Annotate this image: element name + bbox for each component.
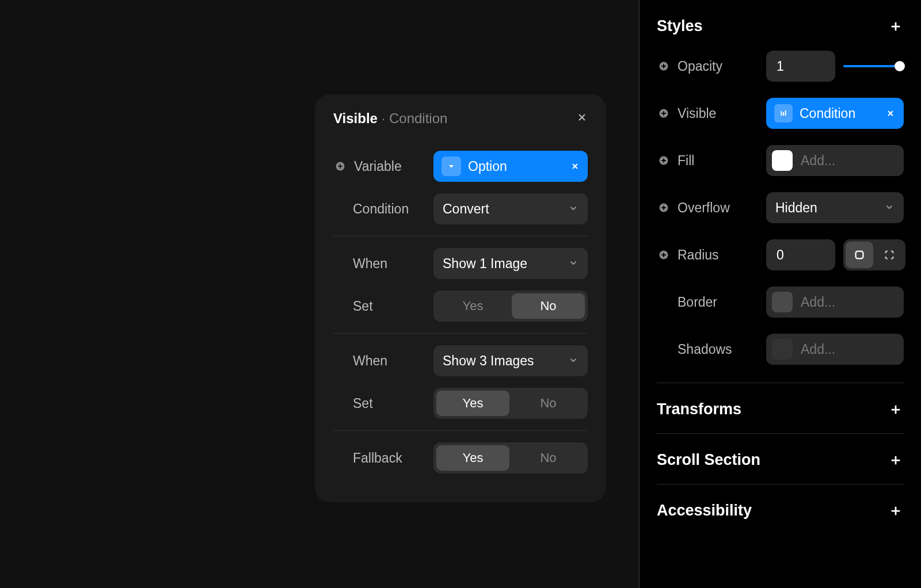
divider	[657, 383, 904, 383]
border-placeholder: Add...	[801, 295, 835, 310]
divider	[333, 236, 588, 236]
when-value-2: Show 3 Images	[443, 353, 534, 369]
set-no-2[interactable]: No	[512, 391, 585, 416]
when-select-1[interactable]: Show 1 Image	[433, 248, 588, 279]
fallback-yes[interactable]: Yes	[436, 445, 509, 471]
set-row-2: Set Yes No	[333, 387, 588, 420]
shadows-swatch[interactable]	[772, 339, 793, 360]
chevron-down-icon	[568, 201, 579, 217]
radius-per-corner-button[interactable]	[876, 242, 903, 268]
panel-title: Visible · Condition	[333, 110, 447, 127]
set-yes-2[interactable]: Yes	[436, 391, 509, 416]
chevron-down-icon	[568, 353, 579, 369]
when-value-1: Show 1 Image	[443, 256, 527, 272]
border-swatch[interactable]	[772, 292, 793, 312]
divider	[657, 484, 904, 484]
add-icon[interactable]	[657, 248, 671, 262]
clear-visible-icon[interactable]	[885, 108, 896, 119]
set-yes-1[interactable]: Yes	[436, 293, 509, 319]
variable-label: Variable	[333, 159, 433, 174]
set-row-1: Set Yes No	[333, 289, 588, 323]
border-row: Border Add...	[657, 286, 904, 318]
add-accessibility-button[interactable]	[888, 503, 904, 519]
chevron-down-icon	[568, 256, 579, 272]
transforms-header: Transforms	[657, 400, 904, 418]
border-label: Border	[657, 295, 766, 310]
set-toggle-2: Yes No	[433, 388, 588, 419]
add-icon[interactable]	[657, 59, 671, 73]
radius-uniform-button[interactable]	[846, 242, 873, 268]
when-row-1: When Show 1 Image	[333, 247, 588, 280]
svg-rect-9	[856, 251, 863, 259]
title-separator: ·	[382, 110, 389, 126]
add-style-button[interactable]	[888, 18, 904, 35]
fallback-row: Fallback Yes No	[333, 441, 588, 475]
visible-condition-panel: Visible · Condition Variable Option	[315, 94, 606, 502]
scroll-section-header: Scroll Section	[657, 451, 904, 469]
svg-rect-5	[785, 110, 786, 116]
svg-rect-3	[781, 111, 782, 116]
scroll-section-title-wrap: Scroll Section	[657, 451, 768, 469]
fallback-no[interactable]: No	[512, 445, 585, 471]
add-icon[interactable]	[657, 106, 671, 120]
variable-chip-label: Option	[468, 159, 507, 174]
accessibility-header: Accessibility	[657, 502, 904, 520]
overflow-row: Overflow Hidden	[657, 192, 904, 224]
visible-condition-chip[interactable]: Condition	[766, 98, 904, 129]
fill-swatch[interactable]	[772, 150, 793, 171]
when-label: When	[333, 256, 433, 272]
clear-variable-icon[interactable]	[570, 159, 580, 174]
accessibility-title: Accessibility	[657, 502, 752, 520]
visible-label: Visible	[657, 106, 766, 121]
add-scroll-section-button[interactable]	[888, 452, 904, 468]
shadows-label: Shadows	[657, 342, 766, 357]
panel-header: Visible · Condition	[333, 110, 588, 139]
panel-title-main: Visible	[333, 110, 378, 126]
set-no-1[interactable]: No	[512, 293, 585, 319]
close-icon[interactable]	[576, 112, 588, 125]
panel-title-sub: Condition	[389, 110, 447, 126]
variable-chip[interactable]: Option	[433, 151, 588, 182]
opacity-slider[interactable]	[843, 65, 904, 67]
styles-title: Styles	[657, 17, 703, 35]
fill-input[interactable]: Add...	[766, 145, 904, 176]
styles-header: Styles	[657, 17, 904, 35]
fill-label: Fill	[657, 153, 766, 169]
when-select-2[interactable]: Show 3 Images	[433, 345, 588, 376]
border-input[interactable]: Add...	[766, 287, 904, 318]
when-label: When	[333, 353, 433, 369]
fallback-toggle: Yes No	[433, 442, 588, 474]
condition-select[interactable]: Convert	[433, 193, 588, 224]
set-label: Set	[333, 396, 433, 411]
shadows-input[interactable]: Add...	[766, 334, 904, 365]
add-icon[interactable]	[333, 159, 347, 173]
radius-label: Radius	[657, 247, 766, 263]
chevron-down-icon	[884, 200, 895, 216]
radius-input[interactable]: 0	[766, 239, 835, 270]
add-icon[interactable]	[657, 201, 671, 215]
fill-row: Fill Add...	[657, 144, 904, 177]
condition-icon	[774, 104, 793, 123]
fallback-label: Fallback	[333, 450, 433, 466]
add-transform-button[interactable]	[888, 402, 904, 418]
condition-row: Condition Convert	[333, 192, 588, 226]
svg-rect-4	[783, 112, 784, 116]
radius-row: Radius 0	[657, 239, 904, 271]
radius-mode-toggle	[843, 239, 905, 270]
set-label: Set	[333, 299, 433, 314]
overflow-label: Overflow	[657, 200, 766, 216]
overflow-value: Hidden	[775, 200, 817, 216]
opacity-input[interactable]: 1	[766, 51, 835, 82]
accessibility-title-wrap: Accessibility	[657, 502, 760, 520]
slider-thumb[interactable]	[895, 61, 905, 71]
dropdown-icon	[442, 156, 461, 176]
visible-row: Visible Condition	[657, 97, 904, 129]
opacity-label: Opacity	[657, 59, 766, 74]
add-icon[interactable]	[657, 154, 671, 167]
opacity-row: Opacity 1	[657, 50, 904, 82]
overflow-select[interactable]: Hidden	[766, 192, 904, 223]
when-row-2: When Show 3 Images	[333, 344, 588, 377]
condition-label: Condition	[333, 201, 433, 217]
set-toggle-1: Yes No	[433, 291, 588, 322]
fill-placeholder: Add...	[801, 153, 835, 169]
